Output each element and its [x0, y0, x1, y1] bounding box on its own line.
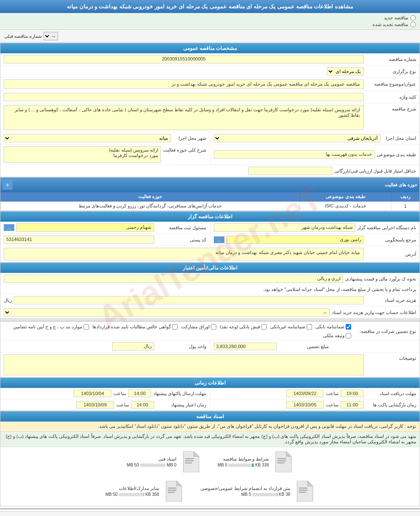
- account-select[interactable]: --: [4, 308, 330, 317]
- reference-dots-btn[interactable]: ...: [214, 236, 224, 243]
- guarantee-section: نوع تضمین شرکت در مناقصه: ضمانتنامه بانک…: [0, 319, 420, 377]
- file-item-3: متن قرارداد به انضمام شرایط عمومی/خصوصی …: [200, 481, 315, 502]
- svg-marker-16: [176, 481, 182, 486]
- cell-domain-0: خدمات آژانس‌های مسافرتی، گردانندگان تور،…: [1, 202, 300, 211]
- city-select[interactable]: میانه: [4, 134, 171, 142]
- svg-rect-13: [299, 490, 308, 491]
- title-value: مناقصه عمومی یک مرحله ای مناقصه عمومی یک…: [4, 79, 364, 89]
- guarantee-option-6: موارد بند ب ، ج و خ آیین نامه تضامین: [13, 324, 89, 330]
- svg-rect-17: [168, 488, 176, 489]
- files-row-1: شرایط و ضوابط مناقصه 338 KB 5 MB: [0, 447, 420, 477]
- reference-row: مرجع پاسخگویی رامین نوری ... کد پستی 531…: [0, 234, 420, 246]
- tender-number-cell: شماره مناقصه 20030915510000005: [0, 53, 420, 65]
- tender-type-cell: نوع برگزاری یک مرحله ای: [0, 65, 420, 77]
- cell-row-num-0: 1: [391, 202, 419, 211]
- doc-cost-cell: هزینه خرید اسناد ریال: [0, 294, 420, 306]
- activity-title: حوزه های فعالیت: [385, 182, 417, 188]
- estimate-value: ارزی و ریالی: [4, 275, 343, 283]
- description-label: شرح مناقصه: [366, 105, 416, 112]
- keyword-row: کلید واژه: [0, 91, 420, 103]
- file-size-bar-3: [252, 493, 278, 496]
- category-cell: طبقه بندی موضوعی خدمات بدون فهرست بها: [210, 144, 420, 165]
- postal-code-value: 5314633141: [4, 236, 154, 244]
- add-activity-btn[interactable]: +: [3, 180, 13, 190]
- renewed-tender-radio[interactable]: [410, 22, 416, 27]
- svg-marker-6: [194, 451, 199, 457]
- province-select[interactable]: آذربایجان شرقی: [214, 134, 381, 142]
- file-icon-2[interactable]: [180, 451, 201, 472]
- notes-label: توضیحات: [366, 354, 416, 361]
- guarantee-option-3: فیش بانکی (وجه نقد): [220, 324, 267, 330]
- title-row: عنوان/موضوع مناقصه مناقصه عمومی یک مرحله…: [0, 78, 420, 91]
- estimate-label: نحوه ک برآورد مالی و قیمت پیشنهادی: [345, 276, 416, 282]
- keyword-label: کلید واژه: [366, 94, 416, 100]
- guarantee-checkbox-2[interactable]: [307, 324, 312, 330]
- city-label: شهر محل اجرا: [173, 136, 207, 141]
- bottom-divider: [0, 508, 420, 509]
- guarantee-option-5: گواهی خالص مطالبات تایید شده قراردادها: [92, 324, 178, 330]
- file-item-2: اسناد فنی 0 MB 50 MB: [127, 451, 201, 472]
- file-size-row-2: 0 MB 50 MB: [127, 463, 176, 467]
- amount-cell: مبلغ تضمین 3,833,280,000: [210, 341, 420, 352]
- svg-rect-18: [168, 490, 176, 491]
- documents-header: اسناد مناقصه: [0, 411, 420, 422]
- files-row-2: متن قرارداد به انضمام شرایط عمومی/خصوصی …: [0, 477, 420, 506]
- category-row: طبقه بندی موضوعی خدمات بدون فهرست بها شر…: [0, 144, 420, 165]
- province-cell: استان محل اجرا آذربایجان شرقی: [210, 132, 420, 144]
- time-row-1: مهلت دریافت اسناد 19:00 ساعت 1403/09/22 …: [0, 388, 420, 399]
- validity-time: 14:00: [131, 401, 154, 409]
- payment-note-row: پرداخت تمام و یا بخشی از مبلغ مناقصه، از…: [0, 285, 420, 294]
- col-category: طبقه بندی موضوعی: [300, 192, 391, 202]
- file-icon-4[interactable]: [163, 481, 184, 502]
- guarantee-checkbox-1[interactable]: [346, 324, 351, 330]
- time-unit-1: ساعت: [326, 391, 339, 396]
- file-icon-3[interactable]: [294, 481, 315, 502]
- svg-rect-12: [299, 488, 308, 489]
- guarantee-checkbox-4[interactable]: [211, 324, 216, 330]
- responsible-dots-btn[interactable]: ...: [4, 224, 14, 231]
- file-info-1: شرایط و ضوابط مناقصه 338 KB 5 MB: [218, 456, 269, 467]
- address-row: آدرس میانه خیابان امام خمینی حیابان شهید…: [0, 246, 420, 262]
- doc-note-1: توجه : کاربر گرامی، دریافت اسناد در مهلت…: [0, 422, 420, 432]
- doc-send-cell: مهلت ارسال پاکتهای پیشنهاد 14:00 ساعت 14…: [0, 388, 210, 399]
- responsible-value: شهنام رحمنی: [16, 223, 154, 232]
- file-size-fill-4: [144, 493, 144, 496]
- svg-rect-2: [278, 458, 286, 459]
- guarantee-checkbox-5[interactable]: [172, 324, 178, 330]
- payment-note: پرداخت تمام و یا بخشی از مبلغ مناقصه، از…: [263, 287, 416, 292]
- doc-send-date: 1403/10/04: [74, 390, 111, 397]
- postal-code-label: کد پستی: [156, 237, 207, 243]
- guarantee-checkbox-7[interactable]: [346, 333, 351, 338]
- opening-cell: زمان بازگشایی پاکت ها 11:00 ساعت 1403/10…: [210, 399, 420, 410]
- col-domain: حوزه فعالیت: [1, 192, 300, 202]
- file-size-bar-1: [228, 464, 254, 467]
- doc-receipt-time: 19:00: [341, 390, 364, 397]
- responsible-cell: مسئول ثبت مناقصه شهنام رحمنی ...: [0, 222, 210, 233]
- svg-rect-9: [185, 463, 192, 464]
- doc-send-time: 14:00: [128, 390, 151, 397]
- opening-date: 1403/10/05: [286, 401, 324, 409]
- org-name-row: نام دستگاه اجرایی مناقصه گزار شبکه بهداش…: [0, 222, 420, 234]
- amount-value: 3,833,280,000: [214, 343, 277, 350]
- file-item-4: سایر مدارک/اطلاعات 358 KB 50 MB: [105, 481, 184, 502]
- guarantee-option-7: وثیقه ملکی: [323, 333, 351, 338]
- category-value: خدمات بدون فهرست بها: [214, 150, 375, 159]
- doc-receipt-cell: مهلت دریافت اسناد 19:00 ساعت 1403/09/22: [210, 388, 420, 399]
- documents-section: اسناد مناقصه توجه : کاربر گرامی، دریافت …: [0, 411, 420, 506]
- file-label-4: سایر مدارک/اطلاعات: [105, 486, 159, 491]
- category-label: طبقه بندی موضوعی: [377, 152, 416, 157]
- tender-type-select[interactable]: یک مرحله ای: [327, 67, 364, 76]
- doc-send-label: مهلت ارسال پاکتهای پیشنهاد: [153, 391, 206, 396]
- renewed-tender-label: مناقصه تجدید شده: [373, 22, 408, 27]
- new-tender-radio[interactable]: [410, 15, 416, 21]
- renewed-tender-radio-row: مناقصه تجدید شده: [4, 22, 416, 27]
- svg-marker-11: [307, 481, 313, 486]
- prev-tender-select[interactable]: --: [44, 32, 58, 40]
- doc-cost-unit: ریال: [4, 298, 12, 303]
- min-score-label: حداقل امتیاز قابل قبول ارزیابی فنی/بازرگ…: [334, 168, 416, 174]
- guarantee-checkbox-6[interactable]: [84, 324, 89, 330]
- guarantee-checkbox-3[interactable]: [261, 324, 267, 330]
- file-icon-1[interactable]: [272, 451, 293, 472]
- file-size-fill-3: [277, 493, 278, 496]
- svg-rect-7: [185, 458, 194, 459]
